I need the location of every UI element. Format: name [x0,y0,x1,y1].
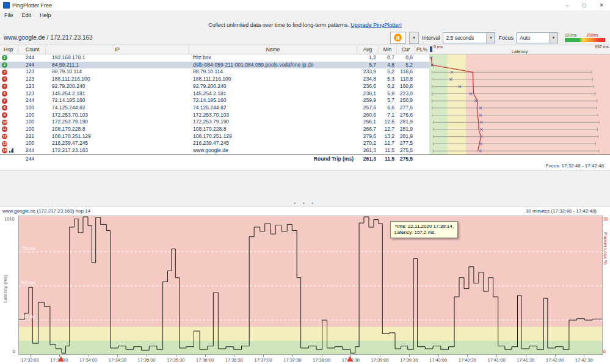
x-axis-tick [205,355,206,357]
x-axis-tick [467,355,468,357]
cell-min: 4,8 [379,62,397,69]
cell-cur: 281,9 [397,133,415,140]
cell-cur: 116,6 [397,68,415,76]
cell-cur: 5,2 [397,62,415,69]
upgrade-link[interactable]: Upgrade PingPlotter! [350,22,402,28]
menu-help[interactable]: Help [35,12,56,18]
chevron-down-icon: ▼ [412,36,416,40]
header-pl[interactable]: PL% [415,45,429,54]
header-hop[interactable]: Hop [0,45,18,54]
trace-target: www.google.de / 172.217.23.163 [4,34,93,41]
cell-ip: 92.79.200.240 [46,83,189,90]
x-axis-label: 17:40:00 [429,357,447,363]
focus-select[interactable]: Auto ▼ [517,32,558,43]
gridline-label: 750 ms [21,246,35,251]
cell-name: 72.14.195.160 [189,97,357,104]
chevron-down-icon: ▼ [549,33,557,43]
cell-name: 74.125.244.82 [189,104,357,112]
window-title: PingPlotter Free [12,2,52,9]
cell-cur: 276,6 [397,112,415,119]
cell-ip: 74.125.244.82 [46,104,189,112]
cell-name: 188.111.216.100 [189,76,357,83]
y2-axis-title: Packet Loss % [603,232,608,264]
interval-select[interactable]: 2,5 seconds ▼ [443,32,495,43]
minimize-button[interactable]: – [559,0,576,10]
hop-status-badge: 9 [2,112,7,118]
focus-graph-icon [9,148,13,153]
gridline-label: 500 ms [21,280,35,285]
cell-count: 244 [18,54,46,62]
x-axis-label: 17:33:00 [21,357,38,363]
hop-status-badge: 4 [2,76,7,82]
x-axis-tick [147,355,147,357]
x-axis-label: 17:35:30 [167,357,184,363]
menu-edit[interactable]: Edit [18,12,36,18]
hop-status-badge: 13 [2,141,7,147]
round-trip-label: Round Trip (ms) [46,155,357,162]
header-count[interactable]: Count [18,45,46,54]
cell-avg: 234,8 [357,76,379,83]
cell-name: 216.239.47.245 [189,140,357,147]
pause-button[interactable] [390,32,406,44]
cell-cur: 281,9 [397,118,415,126]
x-axis-label: 17:40:30 [459,357,476,363]
round-trip-row: 244 Round Trip (ms) 261,3 11,5 275,5 [0,155,610,162]
x-axis-label: 17:39:00 [371,357,388,363]
cell-min: 0,7 [379,54,397,62]
cell-avg: 270,2 [357,140,379,147]
x-axis-label: 17:42:00 [546,357,564,363]
cell-cur: 277,5 [397,140,415,147]
title-bar: PingPlotter Free – ▢ ✕ [0,0,610,10]
x-axis-label: 17:36:00 [196,357,214,363]
cell-pl [415,62,429,69]
cell-avg: 261,3 [357,147,379,155]
cell-cur: 160,8 [397,83,415,90]
focus-label: Focus [498,35,514,41]
cell-avg: 266,1 [357,118,379,126]
header-name[interactable]: Name [189,45,357,54]
cell-ip: 145.254.2.181 [46,90,189,98]
hop-status-badge: 1 [2,55,7,60]
x-axis-tick [30,355,31,357]
x-axis-label: 17:34:30 [109,357,126,363]
tooltip-latency: Latency: 157,2 ms. [394,230,454,236]
header-avg[interactable]: Avg [357,45,379,54]
cell-count: 100 [18,104,46,112]
cell-pl [415,112,429,119]
footer-avg: 261,3 [357,155,379,162]
cell-name: dslb-084-059-211-001.084.059.pools.vodaf… [189,62,357,69]
header-ip[interactable]: IP [46,45,189,54]
chart-plot[interactable]: Time: 22.11.2020 17:39:14, Latency: 157,… [18,216,603,355]
time-graph-section: www.google.de (172.217.23.163) hop 14 10… [0,206,610,364]
x-axis-tick [89,355,89,357]
cell-pl [415,147,429,155]
header-cur[interactable]: Cur [397,45,415,54]
cell-ip: 108.170.251.129 [46,133,189,140]
target-host: www.google.de [4,34,45,41]
cell-min: 12,7 [379,140,397,147]
cell-pl [415,97,429,104]
cell-count: 123 [18,90,46,98]
cell-count: 100 [18,140,46,147]
x-axis-label: 17:41:30 [517,357,534,363]
trace-table-header: Hop Count IP Name Avg Min Cur PL% 0 ms 9… [0,45,610,54]
cell-avg: 266,7 [357,126,379,133]
x-axis-label: 17:42:30 [575,357,593,363]
menu-file[interactable]: File [0,12,18,18]
close-button[interactable]: ✕ [593,0,610,10]
x-axis-tick [322,355,322,357]
maximize-button[interactable]: ▢ [576,0,593,10]
cell-name: 108.170.228.8 [189,126,357,133]
x-axis-label: 17:41:00 [487,357,505,363]
splitter-handle[interactable]: ● ● ● [0,201,610,205]
hop-status-badge: 7 [2,98,7,104]
cell-count: 100 [18,112,46,119]
pause-dropdown-button[interactable]: ▼ [409,32,419,44]
cell-name: 172.253.70.103 [189,112,357,119]
header-min[interactable]: Min [379,45,397,54]
x-axis-tick [117,355,118,357]
cell-name: fritz.box [189,54,357,62]
cell-cur: 110,8 [397,76,415,83]
cell-min: 12,6 [379,118,397,126]
x-axis-tick [584,355,584,357]
